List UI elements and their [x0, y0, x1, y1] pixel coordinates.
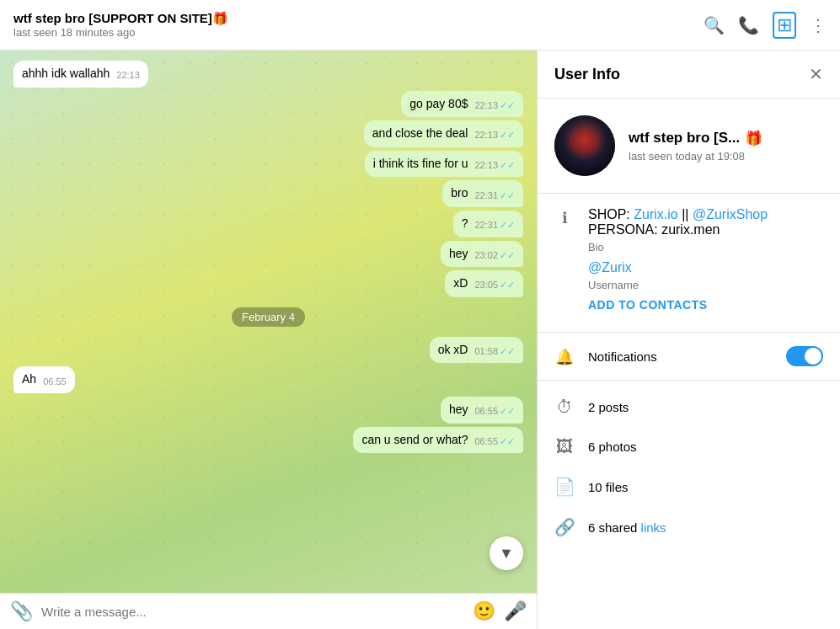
message-5: bro 22:31 ✓✓ [442, 180, 523, 207]
gift-emoji: 🎁 [745, 130, 762, 147]
user-profile-info: wtf step bro [S... 🎁 last seen today at … [629, 130, 823, 163]
msg-text: hey [449, 402, 468, 418]
message-2: go pay 80$ 22:13 ✓✓ [401, 91, 523, 118]
msg-check: ✓✓ [500, 249, 515, 262]
msg-text: ahhh idk wallahh [22, 66, 110, 83]
notif-left: 🔔 Notifications [554, 346, 657, 366]
files-icon: 📄 [554, 477, 575, 497]
attachment-icon[interactable]: 📎 [10, 600, 33, 622]
message-6: ? 22:31 ✓✓ [453, 211, 523, 237]
phone-icon[interactable]: 📞 [738, 15, 759, 35]
msg-time: 22:31 [474, 189, 498, 202]
bio-content: SHOP: Zurix.io || @ZurixShop PERSONA: zu… [588, 207, 823, 312]
msg-check: ✓✓ [500, 435, 515, 448]
message-8: xD 23:05 ✓✓ [445, 270, 523, 297]
posts-stat[interactable]: ⏱ 2 posts [538, 387, 840, 427]
bio-line1: SHOP: Zurix.io || @ZurixShop [588, 207, 823, 222]
msg-text: i think its fine for u [373, 156, 468, 173]
message-4: i think its fine for u 22:13 ✓✓ [365, 151, 523, 178]
msg-row: hey 06:55 ✓✓ [449, 402, 515, 418]
msg-row: hey 23:02 ✓✓ [449, 246, 515, 263]
photos-stat[interactable]: 🖼 6 photos [538, 427, 840, 466]
msg-row: can u send or what? 06:55 ✓✓ [361, 432, 515, 449]
notifications-toggle[interactable] [786, 346, 823, 366]
chat-status: last seen 18 minutes ago [13, 26, 704, 39]
msg-text: ok xD [438, 342, 468, 359]
msg-check: ✓✓ [500, 405, 515, 418]
layout-icon[interactable]: ⊞ [773, 12, 796, 39]
msg-text: Ah [22, 371, 36, 388]
msg-time: 22:31 [474, 219, 498, 232]
notifications-section: 🔔 Notifications [538, 333, 840, 381]
files-stat[interactable]: 📄 10 files [538, 466, 840, 507]
message-10: Ah 06:55 [13, 366, 75, 393]
user-info-header: User Info ✕ [538, 51, 840, 99]
msg-text: and close the deal [372, 125, 468, 142]
svg-point-1 [570, 131, 600, 154]
msg-row: ahhh idk wallahh 22:13 [22, 66, 140, 83]
add-to-contacts-button[interactable]: ADD TO CONTACTS [588, 298, 823, 312]
date-separator: February 4 [232, 307, 305, 327]
msg-time: 23:02 [474, 249, 498, 262]
msg-time: 22:13 [474, 129, 498, 141]
user-profile: wtf step bro [S... 🎁 last seen today at … [538, 99, 840, 194]
message-input[interactable] [41, 605, 464, 619]
emoji-icon[interactable]: 🙂 [473, 600, 495, 622]
msg-check: ✓✓ [500, 189, 515, 202]
separator: || [682, 207, 693, 221]
avatar [554, 115, 615, 176]
msg-check: ✓✓ [500, 279, 515, 291]
msg-time: 22:13 [474, 99, 498, 112]
msg-time: 22:13 [116, 69, 140, 82]
links-icon: 🔗 [554, 517, 575, 537]
message-3: and close the deal 22:13 ✓✓ [364, 120, 523, 147]
posts-label: 2 posts [588, 400, 629, 414]
msg-check: ✓✓ [500, 345, 515, 358]
posts-icon: ⏱ [554, 397, 575, 417]
links-stat[interactable]: 🔗 6 shared links [538, 507, 840, 547]
zurix-io-link[interactable]: Zurix.io [634, 207, 677, 221]
msg-row: go pay 80$ 22:13 ✓✓ [409, 96, 515, 113]
msg-time: 23:05 [474, 279, 498, 291]
zurix-shop-link[interactable]: @ZurixShop [693, 207, 768, 221]
bio-row: ℹ SHOP: Zurix.io || @ZurixShop PERSONA: … [554, 207, 823, 312]
chat-header-icons: 🔍 📞 ⊞ ⋮ [704, 12, 827, 39]
msg-text: can u send or what? [361, 432, 468, 449]
username-link[interactable]: @Zurix [588, 260, 632, 275]
chat-messages: ahhh idk wallahh 22:13 go pay 80$ 22:13 … [0, 51, 537, 593]
chat-input-bar: 📎 🙂 🎤 [0, 593, 537, 629]
photos-label: 6 photos [588, 440, 637, 454]
username-row: @Zurix [588, 260, 823, 275]
msg-time: 06:55 [474, 435, 498, 448]
msg-check: ✓✓ [500, 99, 515, 112]
user-info-panel: User Info ✕ [537, 51, 840, 629]
shop-label: SHOP: [588, 207, 634, 221]
msg-row: Ah 06:55 [22, 371, 67, 388]
bio-label: Bio [588, 241, 823, 253]
message-1: ahhh idk wallahh 22:13 [13, 61, 148, 88]
msg-row: bro 22:31 ✓✓ [451, 185, 515, 202]
links-label: 6 shared links [588, 520, 666, 535]
scroll-down-button[interactable]: ▼ [490, 536, 523, 570]
links-text[interactable]: links [641, 520, 666, 535]
more-icon[interactable]: ⋮ [810, 15, 827, 35]
msg-check: ✓✓ [500, 129, 515, 141]
main-layout: ahhh idk wallahh 22:13 go pay 80$ 22:13 … [0, 51, 840, 629]
mic-icon[interactable]: 🎤 [504, 600, 527, 622]
username-label: Username [588, 279, 823, 291]
msg-row: ? 22:31 ✓✓ [462, 216, 515, 232]
close-button[interactable]: ✕ [809, 64, 823, 84]
msg-text: xD [453, 275, 468, 292]
msg-check: ✓✓ [500, 159, 515, 172]
msg-text: go pay 80$ [409, 96, 468, 113]
user-bio-section: ℹ SHOP: Zurix.io || @ZurixShop PERSONA: … [538, 194, 840, 333]
message-11: hey 06:55 ✓✓ [441, 397, 523, 424]
msg-text: ? [462, 216, 468, 232]
bio-line2: PERSONA: zurix.men [588, 222, 823, 237]
chat-header: wtf step bro [SUPPORT ON SITE]🎁 last see… [0, 0, 840, 51]
search-icon[interactable]: 🔍 [704, 15, 725, 35]
msg-time: 22:13 [474, 159, 498, 172]
message-7: hey 23:02 ✓✓ [441, 241, 523, 268]
user-last-seen: last seen today at 19:08 [629, 150, 823, 163]
message-12: can u send or what? 06:55 ✓✓ [353, 427, 523, 454]
